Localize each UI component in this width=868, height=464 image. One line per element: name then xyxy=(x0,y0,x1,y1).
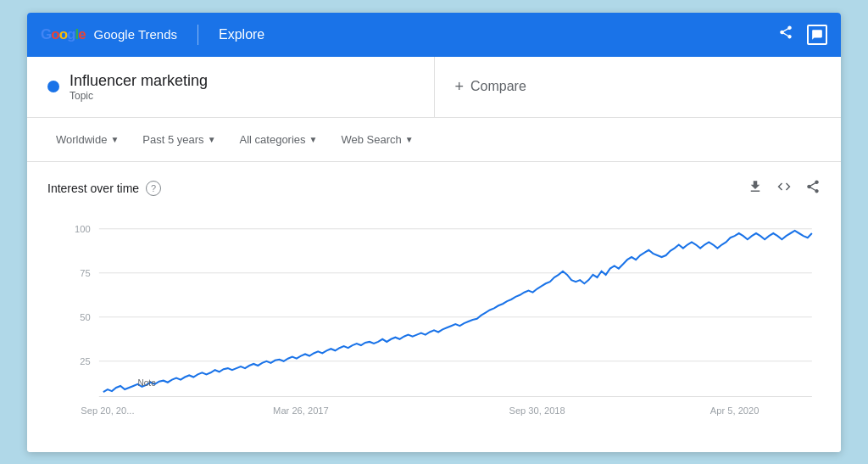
svg-text:Note: Note xyxy=(137,377,156,387)
search-area: Influencer marketing Topic + Compare xyxy=(27,57,841,118)
category-chevron: ▼ xyxy=(309,135,318,144)
svg-text:25: 25 xyxy=(80,355,90,366)
share-icon[interactable] xyxy=(778,25,793,44)
chart-share-icon[interactable] xyxy=(805,179,821,198)
chart-title: Interest over time xyxy=(47,182,139,195)
term-type: Topic xyxy=(70,90,208,102)
term-name: Influencer marketing xyxy=(70,72,208,90)
header-left: Google Google Trends Explore xyxy=(41,25,264,45)
svg-text:Sep 30, 2018: Sep 30, 2018 xyxy=(509,405,565,416)
header-right xyxy=(778,25,827,45)
term-info: Influencer marketing Topic xyxy=(70,72,208,102)
svg-text:50: 50 xyxy=(80,311,90,321)
svg-text:Mar 26, 2017: Mar 26, 2017 xyxy=(273,405,329,416)
compare-box[interactable]: + Compare xyxy=(435,57,842,117)
filter-bar: Worldwide ▼ Past 5 years ▼ All categorie… xyxy=(27,118,841,162)
compare-label: Compare xyxy=(470,79,526,94)
plus-icon: + xyxy=(455,78,465,96)
chart-svg-container: 100 75 50 25 Sep 20, 20... Mar 26, 2017 … xyxy=(47,211,821,435)
time-label: Past 5 years xyxy=(142,133,203,146)
header-divider xyxy=(198,25,198,45)
help-label: ? xyxy=(151,183,156,193)
category-filter[interactable]: All categories ▼ xyxy=(231,128,326,151)
svg-text:100: 100 xyxy=(75,223,91,233)
search-term-box[interactable]: Influencer marketing Topic xyxy=(27,57,435,117)
help-icon[interactable]: ? xyxy=(146,181,161,196)
time-chevron: ▼ xyxy=(208,135,216,144)
svg-text:Apr 5, 2020: Apr 5, 2020 xyxy=(710,405,760,416)
feedback-icon[interactable] xyxy=(807,25,827,45)
search-type-chevron: ▼ xyxy=(405,135,414,144)
category-label: All categories xyxy=(240,133,306,146)
svg-text:75: 75 xyxy=(80,267,90,277)
trend-chart-svg: 100 75 50 25 Sep 20, 20... Mar 26, 2017 … xyxy=(47,211,821,432)
time-filter[interactable]: Past 5 years ▼ xyxy=(134,128,224,151)
chart-actions xyxy=(748,179,821,198)
search-type-filter[interactable]: Web Search ▼ xyxy=(332,128,421,151)
geo-chevron: ▼ xyxy=(110,135,119,144)
google-trends-logo: Google Google Trends xyxy=(41,26,177,43)
chart-header: Interest over time ? xyxy=(47,179,821,198)
svg-text:Sep 20, 20...: Sep 20, 20... xyxy=(81,405,134,416)
chart-title-group: Interest over time ? xyxy=(47,181,161,196)
header: Google Google Trends Explore xyxy=(27,13,841,57)
google-logo: Google xyxy=(41,26,86,43)
search-type-label: Web Search xyxy=(341,133,401,146)
embed-icon[interactable] xyxy=(776,179,792,198)
trends-label: Google Trends xyxy=(94,27,177,42)
geo-filter[interactable]: Worldwide ▼ xyxy=(47,128,127,151)
term-indicator-dot xyxy=(47,81,59,92)
geo-label: Worldwide xyxy=(56,133,107,146)
chart-area: Interest over time ? xyxy=(27,162,841,452)
download-icon[interactable] xyxy=(748,179,763,198)
main-container: Google Google Trends Explore Influencer … xyxy=(27,13,841,452)
explore-label: Explore xyxy=(219,27,264,42)
